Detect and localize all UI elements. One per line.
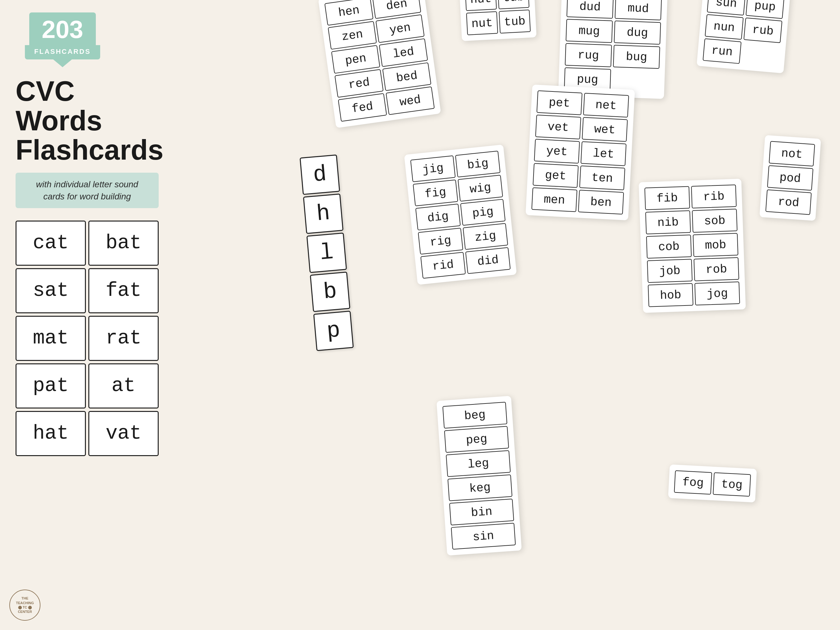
subtitle-text: with individual letter soundcards for wo… [23,178,151,202]
word-get: get [533,163,579,188]
word-wet: wet [582,117,628,142]
letter-card-d: d [300,154,340,195]
word-yen: yen [376,14,425,43]
word-cob: cob [646,235,692,259]
word-fog: fog [674,471,712,495]
logo-text: THETEACHING⬤ TC ⬤CENTER [16,596,33,614]
sheet-ig: jig big fig wig dig pig rig zig rid did [404,144,517,285]
word-rig: rig [418,228,463,254]
flashcard-sat: sat [16,268,86,313]
sheet-ib-ob: fib rib nib sob cob mob job rob hob jog [639,178,746,313]
word-vet: vet [535,114,581,139]
sheet-ud-ug: dud mud mug dug rug bug pug [558,0,668,99]
word-hob: hob [648,283,693,307]
word-yet: yet [534,139,580,163]
word-sin: sin [451,523,516,549]
word-bin: bin [449,499,514,526]
word-sob: sob [692,209,737,233]
word-peg: peg [444,426,509,453]
word-grid-ud-ug: dud mud mug dug rug bug pug [564,0,662,93]
word-grid-eg: beg peg leg keg bin sin [442,402,516,549]
sheet-ot: not pod rod [759,135,821,221]
word-pet: pet [536,90,583,115]
word-grid-ot: not pod rod [765,141,815,215]
letter-card-p: p [313,311,354,351]
word-red: red [335,69,384,98]
sheet-en-ed: hen den zen yen pen led red bed fed wed [318,0,441,128]
flashcard-cat: cat [16,221,86,266]
letter-card-b: b [310,272,350,312]
word-ten: ten [579,166,625,190]
left-panel: 203 FLASHCARDS CVC Words Flashcards with… [0,0,174,630]
flashcard-hat: hat [16,411,86,456]
word-jig: jig [411,155,456,182]
word-rug: rug [565,43,612,67]
sheet-og: fog tog [668,464,756,503]
word-ben: ben [578,190,624,214]
word-job: job [647,259,693,283]
word-grid-en-ed: hen den zen yen pen led red bed fed wed [324,0,435,122]
word-tub1: tub [497,0,529,9]
word-wig: wig [458,175,503,202]
word-tog: tog [713,472,751,497]
badge-label: FLASHCARDS [25,45,100,59]
word-mug: mug [565,19,613,43]
word-rob: rob [693,257,739,281]
sheet-un: sun pup nun rub run [696,0,791,73]
word-nun: nun [705,14,744,40]
word-grid-un: sun pup nun rub run [703,0,785,67]
word-jog: jog [695,281,740,306]
word-mud: mud [615,0,662,20]
flashcard-at: at [88,363,159,409]
word-did: did [466,247,511,274]
word-not: not [769,141,815,166]
word-sun: sun [707,0,746,16]
flashcard-rat: rat [88,316,159,361]
sheet-ut: hut tub nut tub [459,0,536,41]
flashcard-pat: pat [16,363,86,409]
word-tub2: tub [499,9,531,33]
word-pod: pod [767,165,813,191]
word-led: led [379,38,428,67]
word-fig: fig [413,180,458,206]
word-rod: rod [765,189,812,215]
logo: THETEACHING⬤ TC ⬤CENTER [9,589,41,621]
word-grid-ut: hut tub nut tub [465,0,531,35]
word-beg: beg [442,402,507,428]
word-let: let [581,141,627,166]
word-rub: rub [744,17,782,43]
word-bug: bug [613,45,660,69]
word-fed: fed [338,93,387,122]
word-mob: mob [693,233,738,257]
sheet-et-en: pet net vet wet yet let get ten men ben [526,85,635,221]
word-pig: pig [460,199,505,226]
word-dug: dug [614,21,661,44]
badge-container: 203 FLASHCARDS [25,13,100,67]
word-hut: hut [465,0,497,11]
letter-strip: d h l b p [300,154,357,351]
word-pen: pen [331,45,380,74]
word-leg: leg [446,450,511,477]
letter-card-l: l [306,232,347,273]
main-title: CVC Words Flashcards [16,77,163,165]
main-flashcard-grid: cat bat sat fat mat rat pat at hat vat [16,221,159,456]
word-grid-et-en: pet net vet wet yet let get ten men ben [531,90,629,215]
word-wed: wed [386,87,435,115]
word-run: run [703,38,742,64]
word-grid-ig: jig big fig wig dig pig rig zig rid did [411,151,511,279]
word-pup: pup [746,0,785,19]
flashcard-mat: mat [16,316,86,361]
sheet-eg: beg peg leg keg bin sin [436,396,522,556]
sheets-area: hen den zen yen pen led red bed fed wed … [156,0,840,630]
flashcard-fat: fat [88,268,159,313]
word-nib: nib [645,210,691,234]
letter-card-h: h [303,194,343,234]
word-net: net [583,93,629,117]
word-keg: keg [447,474,512,501]
word-fib: fib [644,186,690,210]
word-dud: dud [567,0,614,19]
word-grid-ib-ob: fib rib nib sob cob mob job rob hob jog [644,185,740,307]
word-big: big [455,151,501,177]
flashcard-vat: vat [88,411,159,456]
word-nut: nut [466,11,498,35]
